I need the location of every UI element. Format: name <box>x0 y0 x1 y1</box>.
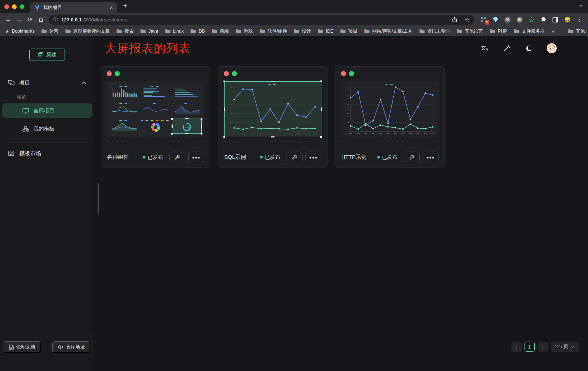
side-panel-icon[interactable] <box>552 16 559 23</box>
bookmark-folder[interactable]: 近期需要读的文章 <box>65 28 110 34</box>
edit-hammer-button[interactable] <box>287 152 303 163</box>
resize-handle[interactable] <box>201 125 202 128</box>
resize-handle[interactable] <box>271 136 275 137</box>
bookmark-folder[interactable]: IDE <box>318 29 333 34</box>
sidebar-item-all-projects[interactable]: 全部项目 <box>2 103 92 118</box>
browser-tab[interactable]: 我的项目 × <box>30 2 117 13</box>
resize-handle[interactable] <box>185 133 189 134</box>
star-extension-icon[interactable] <box>528 16 535 23</box>
more-options-button[interactable]: ●●● <box>305 152 321 163</box>
sidebar-item-my-templates[interactable]: 我的模板 <box>2 121 92 136</box>
bookmark-folder[interactable]: Linux <box>165 29 184 34</box>
magic-wand-icon[interactable] <box>502 44 511 53</box>
site-info-icon[interactable]: ⓘ <box>53 16 58 23</box>
project-preview[interactable] <box>341 81 439 137</box>
bookmarks-root[interactable]: ★ Bookmarks <box>5 29 34 34</box>
reload-button[interactable]: ⟳ <box>25 15 36 25</box>
prev-page-button[interactable]: ‹ <box>511 342 522 352</box>
current-page-button[interactable]: 1 <box>525 342 535 352</box>
project-preview[interactable]: 25.00% <box>107 81 204 137</box>
repo-button-label: 仓库地址 <box>66 344 85 350</box>
user-avatar[interactable] <box>547 43 557 53</box>
bookmark-folder-label: IDE <box>326 29 333 34</box>
url-text: 127.0.0.1:3000/#/project/items <box>61 17 447 22</box>
resize-handle[interactable] <box>201 133 202 135</box>
share-icon[interactable] <box>450 15 459 24</box>
close-window-button[interactable] <box>4 4 9 9</box>
resize-handle[interactable] <box>171 133 173 135</box>
resize-handle[interactable] <box>321 108 322 111</box>
resize-handle[interactable] <box>171 118 173 120</box>
browser-menu-icon[interactable]: ⋮ <box>576 16 583 23</box>
bookmark-folder[interactable]: 前端 <box>212 28 229 34</box>
new-tab-button[interactable]: + <box>123 1 127 10</box>
bookmark-folder[interactable]: 资讯未整理 <box>419 28 450 34</box>
page-size-select[interactable]: 12 / 页 <box>551 342 579 352</box>
status-dot <box>143 156 145 158</box>
dark-mode-moon-icon[interactable] <box>525 44 533 53</box>
bookmark-folder[interactable]: 软件/硬件 <box>260 28 287 34</box>
other-bookmarks[interactable]: 其他书签 <box>568 28 588 34</box>
forward-button[interactable]: → <box>14 15 25 25</box>
bookmark-folder[interactable]: 网站/博客/文章/工具 <box>364 28 412 34</box>
chevron-up-icon[interactable] <box>82 81 86 84</box>
resize-handle[interactable] <box>320 81 322 82</box>
tab-close-icon[interactable]: × <box>110 5 113 10</box>
puzzle-extensions-icon[interactable] <box>540 16 547 23</box>
new-project-button[interactable]: 新建 <box>29 49 65 61</box>
next-page-button[interactable]: › <box>538 342 548 352</box>
resize-handle[interactable] <box>223 81 225 82</box>
minimize-window-button[interactable] <box>12 4 17 9</box>
edit-hammer-button[interactable] <box>404 152 420 163</box>
edit-hammer-button[interactable] <box>169 152 185 163</box>
resize-handle[interactable] <box>172 125 173 128</box>
sidebar-item-my-templates-label: 我的模板 <box>33 125 54 132</box>
more-options-button[interactable]: ●●● <box>188 152 204 163</box>
bookmarks-overflow-chevron[interactable]: » <box>551 29 554 34</box>
record-extension-icon[interactable] <box>516 16 523 23</box>
bookmark-folder[interactable]: 文件服务器 <box>514 28 545 34</box>
resize-handle[interactable] <box>320 136 322 138</box>
home-button[interactable] <box>36 15 46 25</box>
language-icon[interactable]: 文A <box>480 44 489 53</box>
back-button[interactable]: ← <box>3 15 14 25</box>
more-options-button[interactable]: ●●● <box>423 152 439 163</box>
resize-handle[interactable] <box>271 81 275 82</box>
tab-search-icon[interactable] <box>579 4 583 7</box>
bookmarks-root-label: Bookmarks <box>12 29 35 34</box>
mini-line-chart <box>110 102 139 117</box>
bookmark-star-icon[interactable]: ☆ <box>462 15 472 24</box>
bookmark-folder[interactable]: 其他语言 <box>457 28 483 34</box>
address-bar[interactable]: ⓘ 127.0.0.1:3000/#/project/items ☆ <box>49 15 474 25</box>
zoom-window-button[interactable] <box>20 4 24 9</box>
project-card[interactable]: 25.00% 各种组件 已发布 ● <box>101 66 210 168</box>
sidebar-item-template-market[interactable]: 模板市场 <box>0 145 94 162</box>
repo-button[interactable]: 仓库地址 <box>52 341 90 353</box>
bookmark-folder[interactable]: 游戏 <box>236 28 253 34</box>
bookmark-folder[interactable]: DB <box>190 29 205 34</box>
bookmark-folder[interactable]: 项目 <box>340 28 357 34</box>
page-title: 大屏报表的列表 <box>104 40 191 57</box>
scrollbar-thumb[interactable] <box>98 183 99 214</box>
bookmark-folder[interactable]: Java <box>140 29 158 34</box>
resize-handle[interactable] <box>223 136 225 138</box>
bookmark-folder[interactable]: PHP <box>490 29 507 34</box>
bookmark-folder[interactable]: 设计 <box>294 28 311 34</box>
docs-button[interactable]: 说明文档 <box>4 341 41 353</box>
gem-extension-icon[interactable]: 💎 <box>492 16 499 23</box>
emoji-extension-icon[interactable]: 😄 <box>564 16 571 23</box>
project-preview[interactable] <box>224 81 321 137</box>
project-card[interactable]: SQL示例 已发布 ●●● <box>218 66 328 168</box>
resize-handle[interactable] <box>201 118 202 120</box>
resize-handle[interactable] <box>224 108 225 111</box>
grid-extension-icon[interactable]: 9 <box>480 16 487 23</box>
project-card[interactable]: HTTP示例 已发布 ●●● <box>335 66 445 168</box>
sitemap-icon <box>22 126 29 132</box>
command-extension-icon[interactable]: ⌘ <box>504 16 511 23</box>
sidebar-section-projects[interactable]: 项目 <box>0 74 94 91</box>
bookmark-folder[interactable]: 运营 <box>41 28 58 34</box>
resize-handle[interactable] <box>185 118 189 119</box>
bookmark-folder[interactable]: 搜索 <box>116 28 133 34</box>
mini-hbar-chart <box>141 85 170 100</box>
project-title: HTTP示例 <box>341 154 377 161</box>
